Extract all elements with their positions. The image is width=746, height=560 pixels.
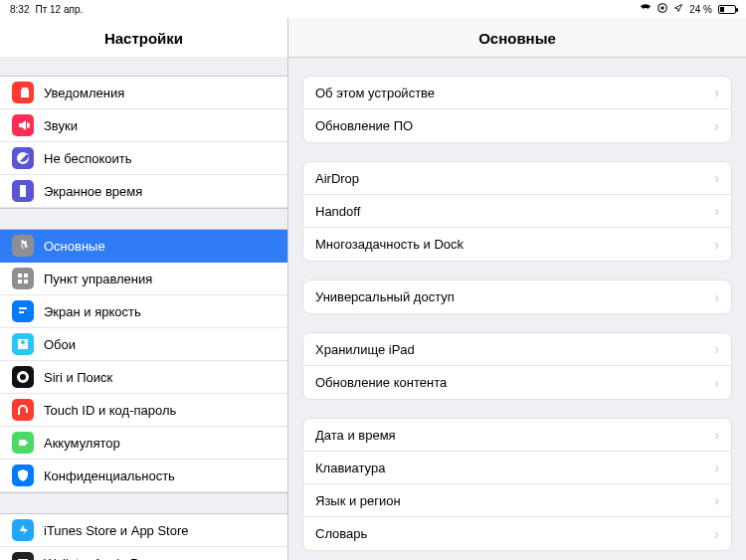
sidebar-item-wallet[interactable]: Wallet и Apple Pay <box>0 547 287 560</box>
detail-row-keyboard[interactable]: Клавиатура› <box>303 452 731 484</box>
sidebar-item-wallpaper[interactable]: Обои <box>0 328 287 361</box>
sidebar-item-label: Основные <box>44 239 105 254</box>
battery-percent: 24 % <box>689 4 712 15</box>
sidebar-item-privacy[interactable]: Конфиденциальность <box>0 460 287 492</box>
sidebar-item-appstore[interactable]: iTunes Store и App Store <box>0 514 287 547</box>
sidebar-item-label: Не беспокоить <box>44 151 132 166</box>
detail-row-label: Хранилище iPad <box>315 342 415 357</box>
sidebar-group-gap <box>0 208 287 230</box>
sidebar-item-general[interactable]: Основные <box>0 230 287 263</box>
sidebar-item-label: Экран и яркость <box>44 304 141 319</box>
detail-group: Дата и время›Клавиатура›Язык и регион›Сл… <box>302 418 732 551</box>
detail-row-multitask[interactable]: Многозадачность и Dock› <box>303 228 731 261</box>
cc-icon <box>12 268 34 289</box>
sidebar-item-label: Аккумулятор <box>44 436 120 451</box>
privacy-icon <box>12 465 34 486</box>
sidebar-item-label: Экранное время <box>44 184 142 199</box>
sidebar-item-display[interactable]: Экран и яркость <box>0 295 287 328</box>
detail-row-airdrop[interactable]: AirDrop› <box>303 162 731 195</box>
status-date: Пт 12 апр. <box>35 4 83 15</box>
chevron-right-icon: › <box>714 526 719 542</box>
orientation-lock-icon <box>657 3 667 15</box>
status-time: 8:32 <box>10 4 29 15</box>
chevron-right-icon: › <box>714 170 719 186</box>
sidebar-item-touchid[interactable]: Touch ID и код-пароль <box>0 394 287 427</box>
chevron-right-icon: › <box>714 460 719 475</box>
sidebar-item-sound[interactable]: Звуки <box>0 109 287 142</box>
detail-row-langregion[interactable]: Язык и регион› <box>303 484 731 517</box>
detail-group: Универсальный доступ› <box>302 280 732 314</box>
sidebar-list[interactable]: УведомленияЗвукиНе беспокоитьЭкранное вр… <box>0 57 287 560</box>
detail-row-label: Многозадачность и Dock <box>315 237 464 252</box>
detail-group: Об этом устройстве›Обновление ПО› <box>302 76 732 143</box>
sidebar-item-label: Обои <box>44 337 76 352</box>
dnd-icon <box>12 147 34 169</box>
detail-body[interactable]: Об этом устройстве›Обновление ПО›AirDrop… <box>288 58 746 560</box>
detail-row-label: Обновление контента <box>315 375 447 390</box>
sidebar-item-label: Уведомления <box>44 86 124 100</box>
detail-row-storage[interactable]: Хранилище iPad› <box>303 333 731 366</box>
battery-icon <box>12 432 34 454</box>
siri-icon <box>12 366 34 388</box>
wallet-icon <box>12 552 34 560</box>
wallpaper-icon <box>12 333 34 355</box>
detail-group: Хранилище iPad›Обновление контента› <box>302 332 732 400</box>
sidebar-item-battery[interactable]: Аккумулятор <box>0 427 287 460</box>
sidebar-item-notify[interactable]: Уведомления <box>0 77 287 109</box>
battery-icon <box>718 5 736 14</box>
sidebar-item-label: Touch ID и код-пароль <box>44 403 176 418</box>
detail-pane: Основные Об этом устройстве›Обновление П… <box>288 18 746 560</box>
detail-row-label: Обновление ПО <box>315 118 413 133</box>
detail-row-label: Язык и регион <box>315 493 401 508</box>
status-bar: 8:32 Пт 12 апр. 24 % <box>0 0 746 18</box>
detail-row-label: Дата и время <box>315 428 396 443</box>
detail-row-swupdate[interactable]: Обновление ПО› <box>303 109 731 142</box>
detail-row-datetime[interactable]: Дата и время› <box>303 419 731 452</box>
chevron-right-icon: › <box>714 118 719 134</box>
detail-row-about[interactable]: Об этом устройстве› <box>303 77 731 109</box>
sidebar-item-label: Wallet и Apple Pay <box>44 556 152 561</box>
chevron-right-icon: › <box>714 341 719 357</box>
sound-icon <box>12 114 34 136</box>
sidebar-item-label: Звуки <box>44 118 78 133</box>
display-icon <box>12 300 34 322</box>
chevron-right-icon: › <box>714 203 719 219</box>
detail-title: Основные <box>288 18 746 58</box>
wifi-icon <box>640 3 652 15</box>
sidebar-group-gap <box>0 492 287 514</box>
sidebar-item-label: Siri и Поиск <box>44 370 112 385</box>
chevron-right-icon: › <box>714 492 719 508</box>
screentime-icon <box>12 180 34 202</box>
chevron-right-icon: › <box>714 289 719 305</box>
touchid-icon <box>12 399 34 421</box>
detail-group: AirDrop›Handoff›Многозадачность и Dock› <box>302 161 732 262</box>
detail-row-label: Словарь <box>315 526 367 541</box>
detail-row-handoff[interactable]: Handoff› <box>303 195 731 228</box>
general-icon <box>12 235 34 257</box>
sidebar-item-label: Пункт управления <box>44 272 152 286</box>
chevron-right-icon: › <box>714 237 719 253</box>
chevron-right-icon: › <box>714 375 719 391</box>
detail-row-label: Handoff <box>315 204 360 219</box>
detail-row-label: AirDrop <box>315 171 359 186</box>
sidebar-item-label: iTunes Store и App Store <box>44 523 189 538</box>
detail-row-label: Об этом устройстве <box>315 86 435 100</box>
chevron-right-icon: › <box>714 427 719 443</box>
sidebar-title: Настройки <box>0 18 287 57</box>
sidebar-item-dnd[interactable]: Не беспокоить <box>0 142 287 175</box>
detail-row-accessibility[interactable]: Универсальный доступ› <box>303 280 731 313</box>
location-icon <box>673 3 683 15</box>
notify-icon <box>12 82 34 103</box>
detail-row-refresh[interactable]: Обновление контента› <box>303 366 731 399</box>
detail-row-label: Универсальный доступ <box>315 289 455 304</box>
settings-sidebar: Настройки УведомленияЗвукиНе беспокоитьЭ… <box>0 18 288 560</box>
sidebar-item-label: Конфиденциальность <box>44 468 175 483</box>
sidebar-item-screentime[interactable]: Экранное время <box>0 175 287 208</box>
appstore-icon <box>12 519 34 541</box>
sidebar-item-siri[interactable]: Siri и Поиск <box>0 361 287 394</box>
sidebar-group-gap <box>0 57 287 77</box>
detail-row-label: Клавиатура <box>315 461 385 475</box>
chevron-right-icon: › <box>714 85 719 100</box>
detail-row-dictionary[interactable]: Словарь› <box>303 517 731 550</box>
sidebar-item-cc[interactable]: Пункт управления <box>0 263 287 295</box>
